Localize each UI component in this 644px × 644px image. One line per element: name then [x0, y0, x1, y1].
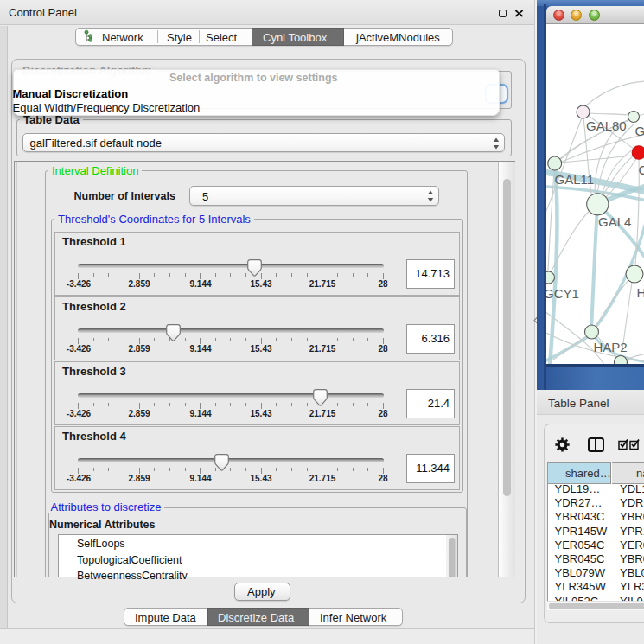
svg-text:H: H	[637, 285, 644, 300]
svg-text:GAL4: GAL4	[598, 214, 631, 229]
svg-text:GAL11: GAL11	[555, 172, 595, 187]
svg-text:GA: GA	[635, 124, 644, 138]
svg-text:CD: CD	[639, 163, 644, 177]
svg-text:GAL80: GAL80	[586, 118, 627, 133]
svg-text:GCY1: GCY1	[546, 286, 579, 301]
svg-text:HAP2: HAP2	[594, 340, 628, 354]
